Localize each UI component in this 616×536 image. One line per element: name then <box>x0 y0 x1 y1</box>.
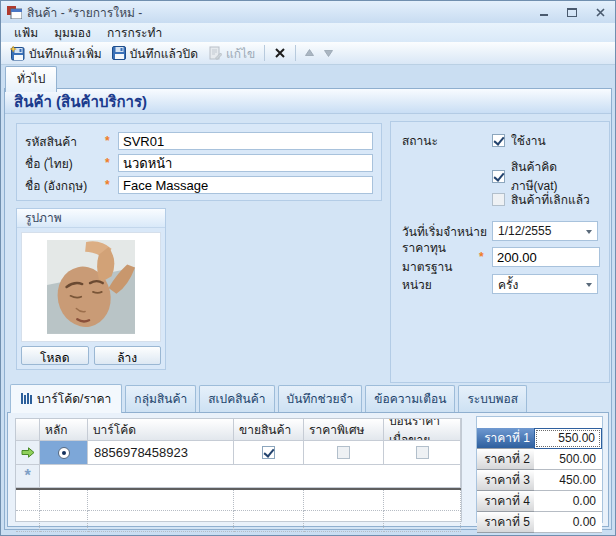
sell-cell[interactable] <box>234 441 304 465</box>
toolbar: บันทึกแล้วเพิ่ม บันทึกแล้วปิด แก้ไข <box>1 42 615 65</box>
name-th-input[interactable] <box>118 154 373 172</box>
sell-checkbox[interactable] <box>262 446 275 459</box>
tab-barcode-price-label: บาร์โค้ด/ราคา <box>37 389 111 408</box>
required-marker: * <box>479 250 492 264</box>
new-row-empty-cell[interactable] <box>40 465 461 488</box>
barcode-cell[interactable]: 8856978458923 <box>88 441 234 465</box>
col-barcode: บาร์โค้ด <box>88 419 234 441</box>
maximize-icon[interactable] <box>563 5 581 19</box>
barcode-price-panel: หลัก บาร์โค้ด ขายสินค้า ราคาพิเศษ ป้อนรา… <box>7 412 609 527</box>
price-5-label[interactable]: ราคาที่ 5 <box>477 512 534 533</box>
tab-barcode-price[interactable]: บาร์โค้ด/ราคา <box>10 384 122 413</box>
barcode-icon <box>21 393 32 404</box>
name-th-label: ชื่อ (ไทย) <box>25 154 105 173</box>
current-row-indicator[interactable] <box>16 441 40 465</box>
page-title: สินค้า (สินค้าบริการ) <box>5 89 611 114</box>
menu-action[interactable]: การกระทำ <box>99 22 170 43</box>
main-fields-panel: รหัสสินค้า * ชื่อ (ไทย) * ชื่อ (อังกฤษ) … <box>16 123 382 201</box>
menu-file[interactable]: แฟ้ม <box>6 22 46 43</box>
empty-grid-row <box>16 490 461 511</box>
discontinued-row: สินค้าที่เลิกแล้ว <box>402 189 598 209</box>
document-tab-strip: ทั่วไป <box>1 65 615 86</box>
col-special-price: ราคาพิเศษ <box>304 419 384 441</box>
price-2-label[interactable]: ราคาที่ 2 <box>477 449 534 470</box>
vat-checkbox[interactable] <box>492 170 505 183</box>
asterisk-icon: * <box>24 472 30 480</box>
price-3-value[interactable]: 450.00 <box>534 470 602 491</box>
price-2-value[interactable]: 500.00 <box>534 449 602 470</box>
status-row: สถานะ ใช้งาน <box>402 130 598 150</box>
toolbar-separator <box>264 45 265 61</box>
name-th-field-row: ชื่อ (ไทย) * <box>25 152 373 174</box>
load-image-button[interactable]: โหลด <box>21 346 89 365</box>
price-5-value[interactable]: 0.00 <box>534 512 602 533</box>
enter-price-checkbox[interactable] <box>416 446 429 459</box>
tab-warning-message[interactable]: ข้อความเตือน <box>365 385 455 412</box>
tab-memo[interactable]: บันทึกช่วยจำ <box>278 385 363 412</box>
clear-image-button[interactable]: ล้าง <box>94 346 162 365</box>
special-price-checkbox[interactable] <box>337 446 350 459</box>
price-4-label[interactable]: ราคาที่ 4 <box>477 491 534 512</box>
delete-icon <box>274 47 286 59</box>
vat-row: สินค้าคิดภาษี(vat) <box>402 166 598 186</box>
green-arrow-icon <box>21 447 35 458</box>
unit-label: หน่วย <box>402 275 492 294</box>
price-1-value[interactable]: 550.00 <box>534 428 602 449</box>
price-1-label[interactable]: ราคาที่ 1 <box>477 428 534 449</box>
tab-product-spec[interactable]: สเปคสินค้า <box>199 385 274 412</box>
active-checkbox[interactable] <box>492 134 505 147</box>
required-marker: * <box>105 156 118 170</box>
start-date-value: 1/12/2555 <box>498 224 551 238</box>
tab-product-group[interactable]: กลุ่มสินค้า <box>125 385 196 412</box>
toolbar-separator <box>295 45 296 61</box>
code-input[interactable] <box>118 132 373 150</box>
col-enter-price: ป้อนราคาเมื่อขาย <box>384 419 461 441</box>
cost-input[interactable] <box>492 247 600 267</box>
special-price-cell[interactable] <box>304 441 384 465</box>
edit-icon <box>208 46 222 60</box>
enter-price-cell[interactable] <box>384 441 461 465</box>
primary-radio[interactable] <box>58 447 70 459</box>
product-photo <box>47 239 135 335</box>
save-and-add-button[interactable]: บันทึกแล้วเพิ่ม <box>5 42 107 65</box>
name-en-field-row: ชื่อ (อังกฤษ) * <box>25 174 373 196</box>
delete-button[interactable] <box>269 45 291 61</box>
minimize-icon[interactable] <box>535 5 553 19</box>
title-bar: สินค้า - *รายการใหม่ - <box>1 1 615 23</box>
start-date-picker[interactable]: 1/12/2555 <box>492 221 598 241</box>
price-list: ราคาที่ 1 550.00 ราคาที่ 2 500.00 ราคาที… <box>476 416 603 523</box>
form-area: รหัสสินค้า * ชื่อ (ไทย) * ชื่อ (อังกฤษ) … <box>5 114 611 385</box>
image-group: รูปภาพ <box>16 208 166 370</box>
price-row-4: ราคาที่ 4 0.00 <box>477 491 602 512</box>
tab-general[interactable]: ทั่วไป <box>5 66 57 92</box>
unit-select[interactable]: ครั้ง <box>492 274 598 294</box>
save-and-close-button[interactable]: บันทึกแล้วปิด <box>107 42 203 65</box>
price-3-label[interactable]: ราคาที่ 3 <box>477 470 534 491</box>
new-row[interactable]: * <box>16 465 461 488</box>
image-buttons: โหลด ล้าง <box>21 346 161 365</box>
chevron-down-icon <box>586 283 592 287</box>
save-add-label: บันทึกแล้วเพิ่ม <box>29 44 102 63</box>
tab-pos-system[interactable]: ระบบพอส <box>458 385 527 412</box>
table-row: 8856978458923 <box>16 441 461 465</box>
app-icon <box>7 6 22 19</box>
active-label: ใช้งาน <box>511 131 546 150</box>
menu-view[interactable]: มุมมอง <box>46 22 99 43</box>
edit-button[interactable]: แก้ไข <box>203 42 260 65</box>
status-panel: สถานะ ใช้งาน สินค้าคิดภาษี(vat) สินค้าที… <box>390 121 610 383</box>
required-marker: * <box>105 178 118 192</box>
name-en-input[interactable] <box>118 176 373 194</box>
move-up-icon[interactable] <box>300 44 319 63</box>
price-row-5: ราคาที่ 5 0.00 <box>477 512 602 533</box>
price-4-value[interactable]: 0.00 <box>534 491 602 512</box>
primary-radio-cell[interactable] <box>40 441 88 465</box>
discontinued-label: สินค้าที่เลิกแล้ว <box>511 190 590 209</box>
col-primary: หลัก <box>40 419 88 441</box>
move-down-icon[interactable] <box>319 44 338 63</box>
product-window: สินค้า - *รายการใหม่ - แฟ้ม มุมมอง การกร… <box>0 0 616 536</box>
close-icon[interactable] <box>591 5 609 19</box>
menu-bar: แฟ้ม มุมมอง การกระทำ <box>1 23 615 42</box>
discontinued-checkbox[interactable] <box>492 193 505 206</box>
content-panel: สินค้า (สินค้าบริการ) รหัสสินค้า * ชื่อ … <box>4 88 612 530</box>
cost-label: ราคาทุนมาตรฐาน <box>402 238 479 276</box>
